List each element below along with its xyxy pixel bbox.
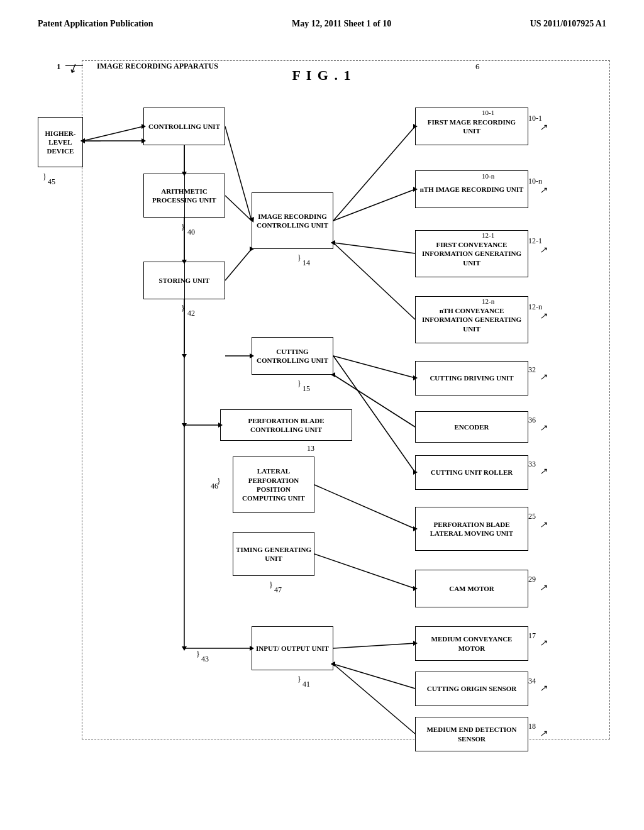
ref-14-brace: } [297, 253, 301, 263]
squiggle-10-n: ↗ [540, 185, 547, 196]
squiggle-12-1: ↗ [540, 245, 547, 255]
ref-43-brace: } [196, 650, 200, 659]
lateral-perforation-pos-box: LATERAL PERFORATION POSITION COMPUTING U… [233, 456, 314, 513]
ref-33: 33 [528, 460, 536, 469]
squiggle-29: ↗ [540, 582, 547, 593]
squiggle-18: ↗ [540, 728, 547, 739]
first-image-recording-unit-box: FIRST MAGE RECORDING UNIT [415, 108, 528, 145]
ref-25: 25 [528, 512, 536, 521]
nth-conveyance-info-box: nTH CONVEYANCE INFORMATION GENERATING UN… [415, 296, 528, 343]
ref-43: 43 [201, 655, 209, 664]
medium-end-detection-sensor-box: MEDIUM END DETECTION SENSOR [415, 717, 528, 751]
cutting-unit-roller-box: CUTTING UNIT ROLLER [415, 455, 528, 490]
ref-45-num: 45 [48, 177, 55, 187]
ref-36: 36 [528, 416, 536, 425]
ref-14: 14 [303, 258, 310, 268]
squiggle-36: ↗ [540, 423, 547, 433]
higher-level-device-box: HIGHER- LEVEL DEVICE [38, 117, 83, 167]
ref-42: 42 [187, 309, 195, 318]
cutting-driving-unit-box: CUTTING DRIVING UNIT [415, 361, 528, 396]
ref-12-n-label: 12-n [482, 297, 494, 305]
ref-46: 46 [211, 482, 218, 491]
apparatus-label: IMAGE RECORDING APPARATUS [94, 62, 221, 71]
ref-32: 32 [528, 365, 536, 375]
page: Patent Application Publication May 12, 2… [0, 0, 644, 830]
ref-1: 1 [57, 62, 61, 72]
ref-15: 15 [303, 384, 310, 394]
controlling-unit-box: CONTROLLING UNIT [143, 108, 225, 145]
main-vert-line [184, 145, 185, 353]
ref-34: 34 [528, 677, 536, 686]
squiggle-25: ↗ [540, 519, 547, 530]
timing-generating-unit-box: TIMING GENERATING UNIT [233, 532, 314, 576]
ref-47-brace: } [269, 580, 273, 590]
perforation-blade-lateral-moving-unit-box: PERFORATION BLADE LATERAL MOVING UNIT [415, 507, 528, 551]
ref-41: 41 [303, 680, 310, 689]
ref-12-1-label: 12-1 [482, 231, 494, 239]
conn-hlevel-ctrl [83, 141, 101, 141]
squiggle-34: ↗ [540, 683, 547, 694]
ref-40: 40 [187, 228, 195, 237]
ref-10-1-label: 10-1 [482, 109, 494, 116]
squiggle-33: ↗ [540, 466, 547, 477]
page-header: Patent Application Publication May 12, 2… [25, 13, 619, 42]
ref-45: } [43, 172, 47, 182]
header-center: May 12, 2011 Sheet 1 of 10 [292, 19, 391, 29]
ref-13: 13 [307, 444, 314, 453]
ref-17: 17 [528, 631, 536, 641]
cutting-origin-sensor-box: CUTTING ORIGIN SENSOR [415, 672, 528, 706]
input-output-unit-box: INPUT/ OUTPUT UNIT [252, 626, 333, 670]
nth-image-recording-unit-box: nTH IMAGE RECORDING UNIT [415, 170, 528, 208]
ref-41-brace: } [297, 675, 301, 684]
medium-conveyance-motor-box: MEDIUM CONVEYANCE MOTOR [415, 626, 528, 661]
squiggle-12-n: ↗ [540, 311, 547, 321]
header-right: US 2011/0107925 A1 [530, 19, 606, 29]
cam-motor-box: CAM MOTOR [415, 570, 528, 607]
squiggle-32: ↗ [540, 372, 547, 382]
squiggle-17: ↗ [540, 638, 547, 648]
cutting-controlling-unit-box: CUTTING CONTROLLING UNIT [252, 337, 333, 375]
encoder-box: ENCODER [415, 411, 528, 443]
image-recording-controlling-unit-box: IMAGE RECORDING CONTROLLING UNIT [252, 192, 333, 249]
header-left: Patent Application Publication [38, 19, 153, 29]
ref-47: 47 [274, 585, 282, 595]
first-conveyance-info-box: FIRST CONVEYANCE INFORMATION GENERATING … [415, 230, 528, 277]
perforation-blade-controlling-unit-box: PERFORATION BLADE CONTROLLING UNIT [220, 409, 352, 441]
ref-18: 18 [528, 722, 536, 731]
ref-6: 6 [475, 62, 480, 72]
ref-10-n-label: 10-n [482, 172, 494, 180]
squiggle-10-1: ↗ [540, 122, 547, 133]
ref-29: 29 [528, 575, 536, 584]
ref-15-brace: } [297, 379, 301, 389]
